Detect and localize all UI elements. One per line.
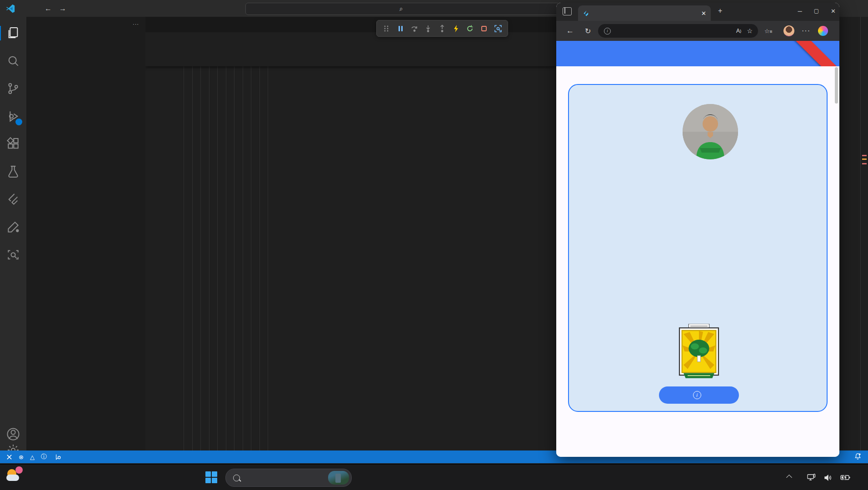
tray-overflow-icon[interactable] [786,475,792,480]
volume-icon[interactable] [824,474,832,481]
taskbar-search[interactable] [225,469,352,487]
info-icon: ⓘ [41,453,47,461]
notifications-bell-icon[interactable] [854,453,861,461]
step-into-button[interactable] [424,25,432,33]
problems-status[interactable]: ⊗ △ ⓘ [19,453,49,461]
tab-close-icon[interactable]: ✕ [701,10,706,17]
search-sidebar-icon[interactable] [6,54,20,68]
browser-tab[interactable]: ✕ [578,5,711,21]
desktop-screen: ← → ⌕ [0,0,868,490]
step-out-button[interactable] [438,25,446,33]
source-control-icon[interactable] [6,81,20,96]
pause-button[interactable] [396,25,404,33]
weather-badge [15,466,23,474]
explorer-sidebar: ··· [26,17,146,450]
logo-universitas-image [673,324,725,385]
flutter-sidebar-icon[interactable] [6,192,20,207]
debug-toolbar [376,20,508,37]
nav-forward-icon[interactable]: → [59,5,66,13]
step-over-button[interactable] [410,25,419,33]
stop-button[interactable] [480,25,488,33]
code-editor[interactable] [145,44,556,450]
new-tab-button[interactable]: + [718,7,722,15]
flutter-page: i [556,66,839,457]
testing-icon[interactable] [6,164,20,179]
vscode-logo-icon [5,4,15,14]
browser-tabstrip: ✕ + ─ ▢ ✕ [556,3,839,21]
taskbar [0,464,868,490]
editor-right-strip [839,17,868,450]
favorites-bar-icon[interactable]: ☆≡ [764,28,773,35]
hot-reload-button[interactable] [452,25,460,33]
address-bar[interactable]: i A⟩ ☆ [598,24,758,38]
browser-window: ✕ + ─ ▢ ✕ ← ↻ i A⟩ ☆ ☆≡ ··· [556,3,839,457]
sticky-scroll [145,44,556,66]
active-indicator [0,26,1,40]
copilot-icon[interactable] [818,26,828,36]
debug-badge [15,119,22,125]
start-button[interactable] [205,471,217,483]
tab-actions-icon[interactable] [563,7,572,15]
bing-daily-image[interactable] [328,471,349,485]
profile-photo [683,104,738,159]
edit-session-icon[interactable] [6,220,20,234]
browser-menu-icon[interactable]: ··· [802,27,810,35]
flutter-favicon [583,10,589,17]
favorite-star-icon[interactable]: ☆ [747,27,753,35]
explorer-actions-icon[interactable]: ··· [133,21,139,27]
browser-toolbar: ← ↻ i A⟩ ☆ ☆≡ ··· [556,21,839,41]
taskbar-search-icon [233,475,240,481]
close-button[interactable]: ✕ [831,8,836,15]
profile-card: i [568,84,828,412]
weather-widget[interactable] [5,468,26,485]
battery-icon[interactable] [840,475,850,480]
network-icon[interactable] [807,474,816,481]
activity-bar [0,17,27,450]
warnings-icon: △ [30,454,35,460]
command-center-search[interactable]: ⌕ [245,3,560,15]
drag-grip-icon[interactable] [382,25,390,33]
system-tray [787,465,868,490]
run-debug-icon[interactable] [6,109,20,124]
browser-refresh-icon[interactable]: ↻ [585,27,591,35]
errors-icon: ⊗ [19,454,24,460]
explorer-icon[interactable] [6,26,20,40]
minimize-button[interactable]: ─ [798,8,802,15]
remote-explorer-icon[interactable] [6,247,20,262]
accounts-icon[interactable] [6,427,20,441]
profile-avatar[interactable] [783,25,794,36]
debug-status[interactable] [55,454,63,460]
remote-status-icon[interactable] [6,454,12,460]
extensions-icon[interactable] [6,137,20,151]
widget-inspector-button[interactable] [494,25,502,33]
maximize-button[interactable]: ▢ [814,8,819,14]
browser-scrollbar[interactable] [835,67,838,104]
nav-back-icon[interactable]: ← [45,5,52,13]
read-aloud-icon[interactable]: A⟩ [736,28,742,34]
restart-button[interactable] [466,25,474,33]
button-info-icon: i [693,391,701,399]
indent-guides [184,66,268,450]
lihat-detail-button[interactable]: i [659,386,739,404]
weather-icon [5,468,22,485]
flutter-appbar [556,41,839,66]
search-icon: ⌕ [399,5,403,13]
browser-back-icon[interactable]: ← [566,26,574,35]
site-info-icon[interactable]: i [604,28,611,35]
